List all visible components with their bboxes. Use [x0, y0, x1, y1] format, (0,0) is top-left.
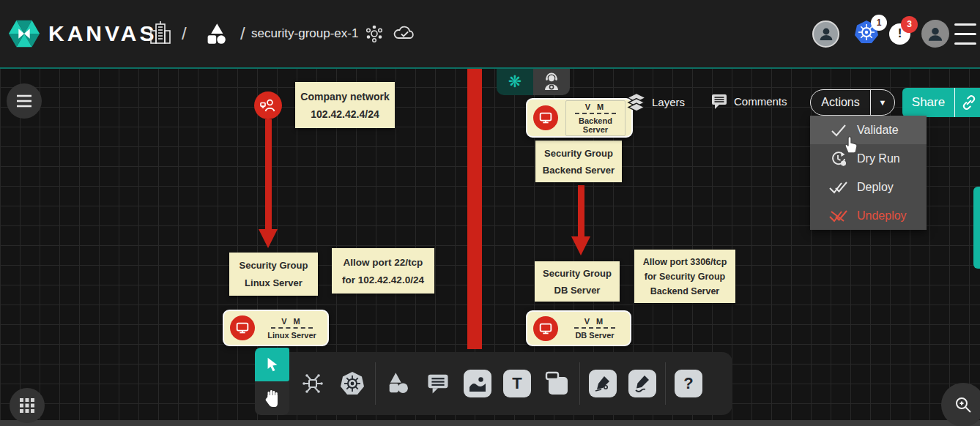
k8s-count-badge: 1: [871, 15, 887, 31]
note-line: Allow port 22/tcp: [344, 257, 423, 268]
breadcrumb-separator: /: [240, 23, 245, 44]
apps-grid-button[interactable]: [10, 388, 45, 423]
text-tool-button[interactable]: T: [497, 370, 537, 397]
layers-button[interactable]: Layers: [627, 92, 685, 111]
actions-dropdown-menu: Validate Dry Run Deploy: [810, 116, 927, 230]
network-boundary-bar[interactable]: [467, 69, 482, 349]
alerts-icon[interactable]: ! 3: [889, 23, 910, 45]
select-tool-button[interactable]: [255, 348, 289, 381]
pencil-scribble-icon: [628, 370, 656, 397]
alerts-count-badge: 3: [901, 16, 918, 33]
freehand-pencil-tool-button[interactable]: [623, 370, 662, 397]
circuit-icon: [300, 371, 325, 396]
meshery-spiral-button[interactable]: ❋: [497, 69, 533, 95]
note-line: Company network: [300, 91, 389, 102]
toolbar-divider: [375, 362, 376, 405]
comment-tool-button[interactable]: [418, 372, 458, 395]
arrow-sgbackend-to-sgdb[interactable]: [578, 185, 584, 238]
vm-monitor-icon: [533, 316, 558, 341]
cursor-arrow-icon: [264, 356, 281, 373]
note-line: DB Server: [554, 285, 601, 296]
molecule-icon[interactable]: [365, 0, 384, 67]
image-tool-button[interactable]: [458, 370, 497, 397]
vm-monitor-icon: [230, 315, 255, 340]
vm-subtitle: Backend Server: [571, 116, 620, 134]
vm-subtitle: DB Server: [570, 331, 620, 340]
kubernetes-wheel-icon: [339, 370, 365, 397]
headset-person-icon: [542, 72, 561, 91]
cloud-sync-icon[interactable]: [393, 0, 416, 67]
breadcrumb-separator: /: [182, 23, 187, 44]
vm-divider: [575, 113, 616, 114]
comments-icon: [710, 92, 728, 110]
zoom-button[interactable]: [941, 383, 980, 426]
actions-button[interactable]: Actions ▼: [810, 89, 895, 116]
comments-button[interactable]: Comments: [710, 92, 787, 110]
comment-icon: [426, 372, 450, 395]
shapes-tool-button[interactable]: [379, 372, 418, 395]
support-agent-button[interactable]: [533, 69, 570, 95]
layers-icon: [627, 92, 646, 111]
vm-node-backend[interactable]: V M Backend Server: [526, 98, 633, 138]
user-devices-icon: [259, 96, 278, 115]
copy-link-icon[interactable]: [955, 94, 980, 111]
kubernetes-status-icon[interactable]: 1: [853, 19, 880, 48]
canvas-menu-button[interactable]: [7, 83, 42, 119]
vm-subtitle: Linux Server: [267, 331, 317, 340]
menu-item-dry-run[interactable]: Dry Run: [810, 144, 927, 173]
note-allow-3306[interactable]: Allow port 3306/tcp for Security Group B…: [634, 250, 735, 303]
toolbar-icons: T: [293, 352, 708, 415]
sticky-note-tool-button[interactable]: [537, 370, 576, 397]
hand-icon: [264, 389, 281, 408]
chevron-down-icon[interactable]: ▼: [871, 98, 894, 107]
help-icon: ?: [675, 370, 702, 397]
share-button[interactable]: Share: [902, 88, 980, 117]
pan-tool-button[interactable]: [255, 381, 289, 415]
note-allow-22[interactable]: Allow port 22/tcp for 102.42.42.0/24: [332, 248, 434, 294]
sticky-note-icon: [543, 370, 571, 397]
grid-icon: [20, 398, 34, 413]
menu-item-undeploy[interactable]: Undeploy: [810, 201, 927, 230]
kanvas-app: KANVAS / / security-group-ex-1: [0, 0, 980, 426]
kanvas-logo-icon[interactable]: [7, 17, 41, 51]
infrastructure-tool-button[interactable]: [293, 371, 333, 396]
vm-divider: [271, 327, 313, 329]
menu-item-validate[interactable]: Validate: [810, 116, 927, 144]
cursor-hand-icon: [841, 134, 860, 157]
connector-pen-tool-button[interactable]: [583, 370, 623, 397]
vm-title: V M: [267, 317, 317, 326]
side-panel-handle[interactable]: [973, 187, 980, 269]
board-title[interactable]: security-group-ex-1: [251, 26, 358, 41]
vm-node-linux[interactable]: V M Linux Server: [223, 310, 329, 346]
vm-monitor-icon: [533, 105, 558, 130]
note-sg-linux[interactable]: Security Group Linux Server: [229, 253, 318, 296]
arrowhead: [259, 229, 278, 248]
app-name[interactable]: KANVAS: [48, 21, 157, 46]
menu-item-label: Deploy: [857, 181, 894, 194]
project-breadcrumb-icon[interactable]: [204, 0, 227, 67]
note-line: 102.42.42.4/24: [311, 108, 379, 120]
arrow-company-to-sg-linux[interactable]: [265, 119, 272, 231]
horizontal-scrollbar[interactable]: [0, 420, 980, 426]
note-sg-db[interactable]: Security Group DB Server: [535, 261, 620, 302]
double-check-icon: [829, 181, 848, 194]
note-line: Linux Server: [245, 277, 302, 288]
help-button[interactable]: ?: [669, 370, 708, 397]
org-breadcrumb-icon[interactable]: [149, 0, 171, 67]
menu-item-label: Undeploy: [857, 209, 907, 223]
note-line: for 102.42.42.0/24: [342, 274, 424, 285]
note-line: for Security Group: [645, 272, 725, 282]
header-menu-icon[interactable]: [954, 0, 976, 67]
kubernetes-tool-button[interactable]: [333, 370, 372, 397]
note-sg-backend[interactable]: Security Group Backend Server: [535, 141, 622, 182]
company-network-node[interactable]: [254, 91, 282, 119]
collaborator-avatar[interactable]: [812, 20, 839, 48]
note-line: Allow port 3306/tcp: [643, 257, 727, 267]
user-avatar[interactable]: [921, 20, 949, 48]
spiral-icon: ❋: [508, 74, 521, 90]
menu-item-deploy[interactable]: Deploy: [810, 173, 927, 201]
vm-node-db[interactable]: V M DB Server: [526, 310, 631, 346]
top-header: KANVAS / / security-group-ex-1: [0, 0, 980, 67]
menu-item-label: Validate: [857, 124, 899, 137]
note-company-network[interactable]: Company network 102.42.42.4/24: [295, 82, 395, 128]
